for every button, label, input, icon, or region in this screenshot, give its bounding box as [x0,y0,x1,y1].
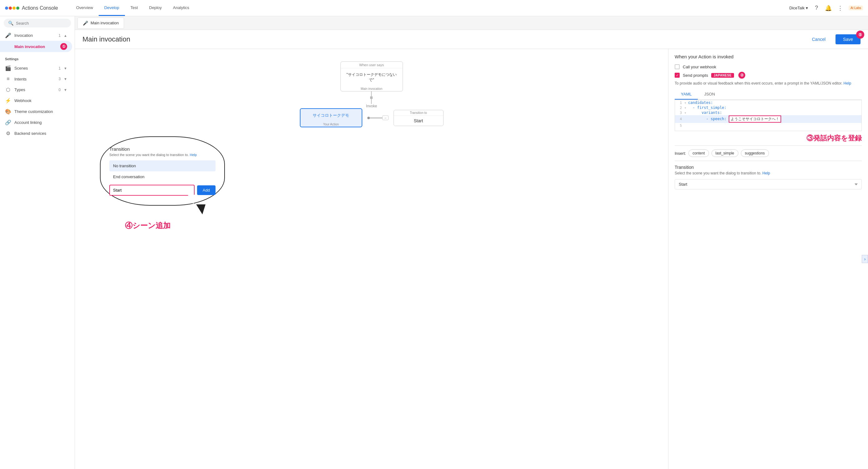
right-panel: › When your Action is invoked Call your … [668,49,868,469]
collapse-2[interactable]: ▾ [684,106,688,109]
sidebar-item-backend[interactable]: ⚙ Backend services [0,128,72,139]
code-editor[interactable]: 1 ▾ candidates: 2 ▾ - first_simple: 3 [675,100,862,131]
page-wrapper: 🎤 Main invocation Main invocation Cancel… [75,16,868,469]
user-menu[interactable]: DiceTalk ▾ [789,6,808,10]
theme-label: Theme customization [14,109,67,114]
scenes-count: 1 [58,66,61,70]
collapse-4 [684,117,688,121]
app-title: Actions Console [22,5,58,11]
help-icon[interactable]: ? [813,5,820,11]
yaml-tab[interactable]: YAML [675,89,698,100]
speech-bubble: Transition Select the scene you want the… [100,136,225,206]
transition-select[interactable]: Start End conversation No transition [675,179,862,190]
tab-deploy[interactable]: Deploy [143,0,167,16]
top-navigation: Actions Console Overview Develop Test De… [0,0,868,16]
webhook-row: Call your webhook [675,64,862,69]
expand-panel-button[interactable]: › [862,255,868,263]
sidebar-item-theme[interactable]: 🎨 Theme customization [0,106,72,117]
insert-chip-content[interactable]: content [688,149,709,157]
trigger-text: "サイコロトークデモにつないで" [346,72,396,82]
transition-header: Transition to [394,110,443,116]
app-logo: Actions Console [5,5,58,11]
transition-body: Start [394,116,443,126]
transition-box-wrapper: Transition to Start [394,110,443,126]
tab-analytics[interactable]: Analytics [167,0,195,16]
right-panel-body: When your Action is invoked Call your we… [669,49,868,469]
user-dropdown-icon: ▾ [806,6,808,10]
scenes-label: Scenes [14,66,55,70]
insert-chip-suggestions[interactable]: suggestions [741,149,769,157]
send-prompts-label: Send prompts [683,73,708,78]
search-icon: 🔍 [8,21,13,26]
insert-bar: Insert: content last_simple suggestions [675,145,862,161]
help-text: To provide audio or visual feedback when… [675,81,862,86]
popup-option-no-transition[interactable]: No transition [109,160,216,171]
popup-subtitle-text: Select the scene you want the dialog to … [109,153,190,157]
code-line-5: 5 [675,123,862,128]
transition-to-label: → [382,115,389,120]
transition-title: Transition [675,165,862,170]
save-badge: ⑤ [856,31,864,39]
sidebar-item-intents[interactable]: ≡ Intents 3 ▼ [0,74,72,84]
tab-mic-icon: 🎤 [83,21,88,26]
more-icon[interactable]: ⋮ [837,5,844,11]
types-label: Types [14,88,55,92]
chevron-up-icon: ▲ [64,34,67,37]
popup-title: Transition [109,146,216,152]
logo-circle-green [16,6,19,10]
sidebar-sub-item-main-invocation[interactable]: Main invocation ① [0,41,72,52]
sidebar-item-webhook[interactable]: ⚡ Webhook [0,95,72,106]
trigger-body: "サイコロトークデモにつないで" [341,68,403,87]
insert-chip-last-simple[interactable]: last_simple [712,149,738,157]
backend-icon: ⚙ [5,130,11,136]
cancel-button[interactable]: Cancel [806,34,832,44]
transition-desc-text: Select the scene you want the dialog to … [675,171,762,175]
flow-area: When user says "サイコロトークデモにつないで" Main inv… [75,49,668,469]
sidebar-item-account[interactable]: 🔗 Account linking [0,117,72,128]
line-content-1: candidates: [688,100,862,105]
code-line-1: 1 ▾ candidates: [675,100,862,105]
transition-popup: Transition Select the scene you want the… [100,136,225,206]
line-num-4: 4 [675,117,684,121]
save-button-wrapper: Save ⑤ [836,34,861,44]
popup-help-link[interactable]: Help [190,153,197,157]
webhook-checkbox[interactable] [675,64,680,69]
logo-circle-blue [5,6,8,10]
tab-develop[interactable]: Develop [99,0,125,16]
tab-test[interactable]: Test [125,0,144,16]
annotation-3-label: ③発話内容を登録 [675,134,862,143]
popup-scene-input[interactable] [109,185,194,196]
types-count: 0 [58,88,61,92]
sidebar-item-invocation[interactable]: 🎤 Invocation 1 ▲ [0,30,72,41]
webhook-label: Webhook [14,98,67,103]
sidebar: 🔍 🎤 Invocation 1 ▲ Main invocation ① Set… [0,16,75,469]
send-prompts-checkbox[interactable]: ✓ [675,73,680,78]
logo-circle-red [9,6,12,10]
code-tabs: YAML JSON [675,89,862,100]
user-name: DiceTalk [789,6,805,10]
sidebar-item-types[interactable]: ⬡ Types 0 ▼ [0,84,72,95]
search-input[interactable] [16,21,66,26]
collapse-1[interactable]: ▾ [684,101,688,104]
main-invocation-tab[interactable]: 🎤 Main invocation [78,18,124,29]
collapse-3[interactable]: ▾ [684,111,688,114]
popup-add-button[interactable]: Add [197,186,216,195]
webhook-icon: ⚡ [5,98,11,104]
sidebar-item-scenes[interactable]: 🎬 Scenes 1 ▼ [0,63,72,74]
invocation-label: Invocation [14,33,55,38]
connector-line-2 [371,99,372,104]
trigger-footer: Main invocation [341,87,403,91]
tab-overview[interactable]: Overview [70,0,99,16]
main-layout: 🔍 🎤 Invocation 1 ▲ Main invocation ① Set… [0,16,868,469]
line-content-2: - first_simple: [688,105,862,110]
line-content-4: - speech: ようこそサイコロトークへ！ [688,115,862,123]
action-footer: Your Action [301,122,362,127]
transition-help-link[interactable]: Help [763,171,770,175]
bell-icon[interactable]: 🔔 [825,5,832,11]
annotation-4-label: ④シーン追加 [125,221,170,231]
search-box[interactable]: 🔍 [4,19,71,28]
line-num-2: 2 [675,106,684,110]
json-tab[interactable]: JSON [698,89,721,100]
popup-option-end-conversation[interactable]: End conversation [109,171,216,182]
help-link[interactable]: Help [844,81,851,86]
